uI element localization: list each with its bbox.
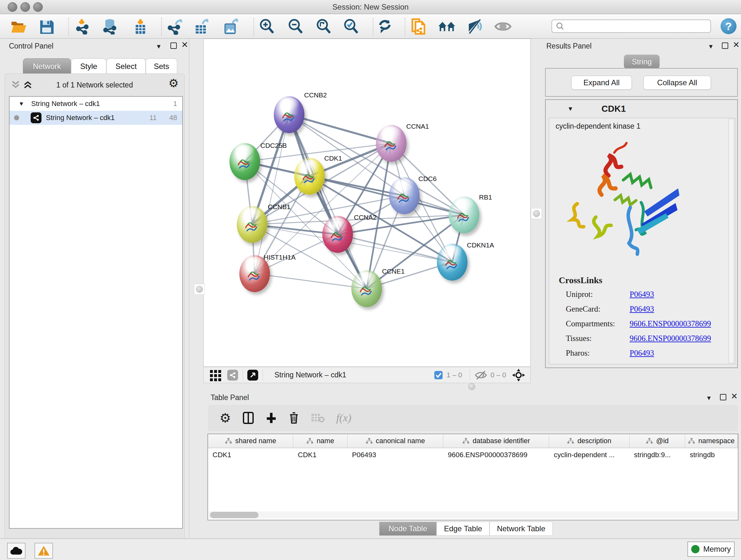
results-panel-menu-icon[interactable]: ▼ <box>708 43 714 50</box>
zoom-in-icon[interactable] <box>258 18 276 35</box>
memory-button[interactable]: Memory <box>687 542 735 557</box>
function-builder-icon[interactable]: f(x) <box>336 412 351 424</box>
tab-edge-table[interactable]: Edge Table <box>436 522 489 536</box>
network-edge[interactable] <box>289 115 367 289</box>
network-node-cdc25b[interactable] <box>229 143 260 180</box>
save-session-icon[interactable] <box>38 18 56 35</box>
table-cell[interactable]: stringdb <box>685 448 738 462</box>
crosslink-link[interactable]: 9606.ENSP00000378699 <box>630 319 711 328</box>
network-node-cdkn1a[interactable] <box>437 244 468 281</box>
network-edge[interactable] <box>255 273 367 289</box>
apply-layout-icon[interactable] <box>376 18 394 35</box>
results-scrollbar[interactable] <box>729 119 734 363</box>
left-splitter-handle[interactable] <box>194 284 205 295</box>
network-row[interactable]: String Network – cdk1 11 48 <box>10 111 182 125</box>
network-node-ccnb1[interactable] <box>237 206 267 243</box>
search-field[interactable] <box>551 19 711 33</box>
table-cell[interactable]: CDK1 <box>293 448 347 462</box>
collection-expander-icon[interactable]: ▼ <box>18 101 24 107</box>
zoom-out-icon[interactable] <box>286 18 305 35</box>
node-table[interactable]: shared namenamecanonical namedatabase id… <box>207 434 738 520</box>
network-node-cdk1[interactable] <box>294 158 325 195</box>
tab-network[interactable]: Network <box>23 58 71 74</box>
tab-node-table[interactable]: Node Table <box>379 522 436 536</box>
column-header--id[interactable]: @id <box>630 434 685 448</box>
collapse-all-button[interactable]: Collapse All <box>643 76 711 90</box>
help-icon[interactable]: ? <box>721 18 737 34</box>
column-header-canonical-name[interactable]: canonical name <box>347 434 443 448</box>
crosslink-link[interactable]: 9606.ENSP00000378699 <box>630 334 711 343</box>
tab-sets[interactable]: Sets <box>146 58 177 74</box>
table-hscrollbar[interactable] <box>209 511 737 518</box>
column-header-description[interactable]: description <box>549 434 629 448</box>
gene-section-header[interactable]: ▼ CDK1 <box>546 100 737 118</box>
network-icon[interactable] <box>227 370 238 381</box>
import-network-file-icon[interactable] <box>73 18 91 35</box>
network-node-ccnb2[interactable] <box>274 96 305 133</box>
network-edge[interactable] <box>255 115 289 273</box>
export-table-icon[interactable] <box>193 18 211 35</box>
network-canvas[interactable]: CCNB2CCNA1CDC25BCDK1CDC6RB1CCNB1CCNA2CDK… <box>203 39 531 367</box>
detach-view-icon[interactable] <box>247 370 258 381</box>
table-panel-close-icon[interactable]: ✕ <box>731 393 738 399</box>
table-cell[interactable]: 9606.ENSP00000378699 <box>443 448 549 462</box>
zoom-fit-icon[interactable] <box>315 18 333 35</box>
table-cell[interactable]: stringdb:9... <box>630 448 685 462</box>
crosslink-link[interactable]: P06493 <box>630 305 654 314</box>
network-collection-row[interactable]: ▼ String Network – cdk1 1 <box>10 97 182 111</box>
export-image-icon[interactable] <box>222 18 240 35</box>
control-panel-close-icon[interactable]: ✕ <box>181 42 188 48</box>
table-hscrollbar-thumb[interactable] <box>210 512 259 518</box>
tab-select[interactable]: Select <box>107 58 145 74</box>
expand-all-button[interactable]: Expand All <box>571 76 632 90</box>
table-cell[interactable]: cyclin-dependent ... <box>549 448 629 462</box>
string-home-icon[interactable] <box>438 18 456 35</box>
export-network-icon[interactable] <box>166 18 184 35</box>
tab-string[interactable]: String <box>624 55 660 69</box>
string-import-icon[interactable] <box>410 18 428 35</box>
network-node-rb1[interactable] <box>449 196 479 233</box>
table-row[interactable]: CDK1CDK1P064939606.ENSP00000378699cyclin… <box>208 448 738 462</box>
tab-style[interactable]: Style <box>71 58 106 74</box>
results-panel-float-icon[interactable] <box>722 43 728 49</box>
network-node-ccna1[interactable] <box>376 125 407 162</box>
control-panel-float-icon[interactable] <box>171 43 177 49</box>
column-header-namespace[interactable]: namespace <box>685 434 738 448</box>
add-column-icon[interactable] <box>266 412 277 424</box>
table-cell[interactable]: CDK1 <box>208 448 293 462</box>
network-node-ccne1[interactable] <box>351 270 382 307</box>
network-edge[interactable] <box>289 115 391 143</box>
birdseye-view-icon[interactable] <box>512 368 525 382</box>
control-panel-menu-icon[interactable]: ▼ <box>156 43 162 50</box>
warning-status-button[interactable] <box>35 543 53 559</box>
grid-view-icon[interactable] <box>209 369 222 381</box>
string-glass-effect-icon[interactable] <box>466 18 484 35</box>
bottom-splitter-handle[interactable] <box>465 384 478 389</box>
table-settings-gear-icon[interactable]: ⚙ <box>219 412 231 424</box>
network-node-ccna2[interactable] <box>322 216 353 253</box>
open-session-icon[interactable] <box>10 18 27 35</box>
gene-expander-icon[interactable]: ▼ <box>567 105 574 112</box>
search-input[interactable] <box>567 22 704 30</box>
network-node-cdc6[interactable] <box>389 177 420 214</box>
column-header-shared-name[interactable]: shared name <box>208 434 293 448</box>
import-table-icon[interactable] <box>131 18 149 35</box>
cloud-status-button[interactable] <box>7 543 25 559</box>
column-header-database-identifier[interactable]: database identifier <box>443 434 549 448</box>
results-panel-close-icon[interactable]: ✕ <box>733 42 740 48</box>
selected-checkbox-icon[interactable] <box>434 370 443 380</box>
show-columns-icon[interactable] <box>243 412 254 424</box>
crosslink-link[interactable]: P06493 <box>630 349 654 358</box>
crosslink-link[interactable]: P06493 <box>630 290 654 299</box>
table-panel-menu-icon[interactable]: ▼ <box>706 395 712 401</box>
right-splitter-handle[interactable] <box>531 208 542 219</box>
table-cell[interactable]: P06493 <box>347 448 443 462</box>
string-labels-icon[interactable] <box>494 18 512 35</box>
import-network-database-icon[interactable] <box>101 18 119 35</box>
tab-network-table[interactable]: Network Table <box>489 522 553 536</box>
column-header-name[interactable]: name <box>293 434 347 448</box>
network-options-gear-icon[interactable]: ⚙ <box>169 78 179 89</box>
table-panel-float-icon[interactable] <box>720 394 726 400</box>
delete-column-icon[interactable] <box>288 412 299 424</box>
zoom-selected-icon[interactable] <box>342 18 360 35</box>
